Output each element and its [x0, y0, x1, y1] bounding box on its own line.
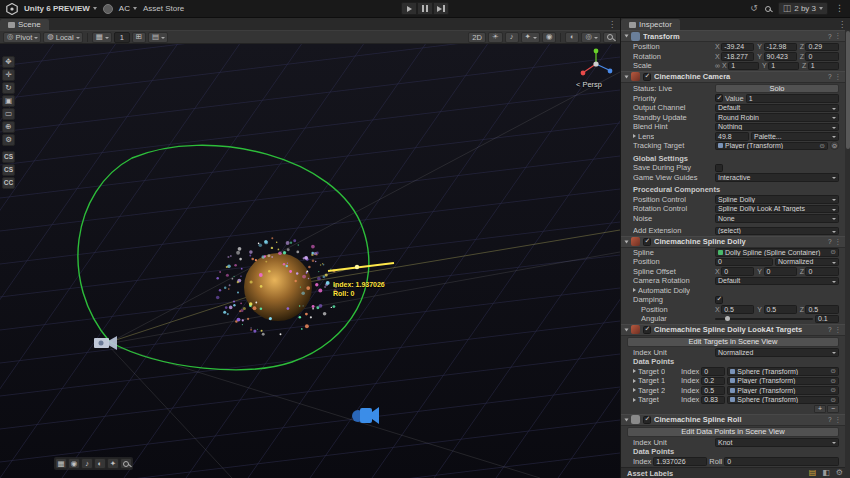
- snap-toggle[interactable]: ⊞: [132, 32, 146, 43]
- step-button[interactable]: [433, 2, 449, 15]
- automatic-dolly-foldout-icon[interactable]: [633, 288, 636, 292]
- spline-offset-z-field[interactable]: 0: [805, 267, 839, 276]
- point-index-field[interactable]: 0.83: [701, 396, 725, 405]
- overlay-grid-button[interactable]: ▦: [55, 458, 67, 469]
- object-picker-icon[interactable]: ⊙: [831, 367, 836, 375]
- rotate-tool-button[interactable]: ↻: [2, 82, 15, 94]
- object-picker-icon[interactable]: ⊙: [831, 396, 836, 404]
- component-enabled-checkbox[interactable]: [643, 416, 651, 424]
- blend-hint-dropdown[interactable]: Nothing: [715, 123, 839, 132]
- pause-button[interactable]: [417, 2, 433, 15]
- position-z[interactable]: Z0.29: [800, 43, 839, 52]
- scale-link-icon[interactable]: ∞: [715, 62, 720, 69]
- damping-checkbox[interactable]: [715, 296, 723, 304]
- help-icon[interactable]: ?: [828, 73, 832, 80]
- account-menu[interactable]: AC: [119, 4, 137, 13]
- grid-size-field[interactable]: 1: [114, 32, 130, 43]
- tab-inspector[interactable]: Inspector: [621, 19, 680, 30]
- overlay-audio-button[interactable]: ♪: [81, 458, 93, 469]
- camera-settings-button[interactable]: ◐: [565, 32, 579, 43]
- component-tool-cs2-button[interactable]: CS: [2, 164, 15, 176]
- foldout-icon[interactable]: [633, 388, 636, 392]
- spline-roll-header[interactable]: Cinemachine Spline Roll ? ⋮: [621, 414, 845, 426]
- kebab-menu-icon[interactable]: ⋮: [835, 326, 842, 334]
- layout-dropdown[interactable]: ◫ 2 by 3: [778, 2, 828, 15]
- scene-search-button[interactable]: [603, 32, 617, 43]
- roll-index-field[interactable]: 1.937026: [653, 457, 707, 466]
- tracking-target-object-field[interactable]: Player (Transform) ⊙: [715, 142, 828, 151]
- object-picker-icon[interactable]: ⊙: [831, 377, 836, 385]
- audio-toggle[interactable]: ♪: [505, 32, 519, 43]
- add-point-button[interactable]: +: [814, 405, 826, 413]
- roll-value-field[interactable]: 0: [724, 457, 839, 466]
- position-x[interactable]: X-39.24: [715, 43, 754, 52]
- component-enabled-checkbox[interactable]: [643, 326, 651, 334]
- account-avatar[interactable]: [103, 4, 113, 14]
- gear-icon[interactable]: ⚙: [836, 469, 843, 477]
- view-tool-button[interactable]: ✥: [2, 56, 15, 68]
- roll-index-unit-dropdown[interactable]: Knot: [715, 438, 839, 447]
- damping-y-field[interactable]: 0.5: [764, 305, 797, 314]
- output-channel-dropdown[interactable]: Default: [715, 104, 839, 113]
- point-target-object-field[interactable]: Player (Transform)⊙: [727, 386, 839, 395]
- solo-button[interactable]: Solo: [715, 84, 839, 93]
- rotation-x[interactable]: X-18.277: [715, 52, 754, 61]
- view-mode-label[interactable]: < Persp: [560, 80, 618, 89]
- lighting-toggle[interactable]: ☀: [488, 32, 503, 43]
- dolly-position-field[interactable]: 0: [715, 258, 773, 267]
- inspector-scrollbar[interactable]: [845, 30, 850, 478]
- cinemachine-camera-header[interactable]: Cinemachine Camera ? ⋮: [621, 71, 845, 83]
- spline-offset-y-field[interactable]: 0: [764, 267, 797, 276]
- priority-enabled-checkbox[interactable]: [715, 94, 723, 102]
- overlay-camera-button[interactable]: ◐: [94, 458, 106, 469]
- scale-y-field[interactable]: 1: [768, 62, 799, 71]
- scale-x[interactable]: X1: [722, 62, 759, 71]
- point-target-object-field[interactable]: Sphere (Transform)⊙: [727, 367, 839, 376]
- hidden-objects-toggle[interactable]: ◉: [542, 32, 557, 43]
- camera-rotation-dropdown[interactable]: Default: [715, 277, 839, 286]
- scrollbar-thumb[interactable]: [846, 31, 850, 149]
- kebab-menu-icon[interactable]: ⋮: [835, 238, 842, 246]
- rotation-y-field[interactable]: 90.423: [764, 52, 797, 61]
- game-view-guides-dropdown[interactable]: Interactive: [715, 173, 839, 182]
- foldout-icon[interactable]: [625, 240, 629, 243]
- foldout-icon[interactable]: [625, 35, 629, 38]
- transform-tool-button[interactable]: ⊕: [2, 121, 15, 133]
- help-icon[interactable]: ?: [828, 416, 832, 423]
- component-tool-cs1-button[interactable]: CS: [2, 151, 15, 163]
- point-target-object-field[interactable]: Sphere (Transform)⊙: [727, 396, 839, 405]
- component-enabled-checkbox[interactable]: [643, 238, 651, 246]
- search-icon[interactable]: [765, 6, 771, 12]
- grid-visibility-dropdown[interactable]: ▦: [92, 32, 112, 43]
- remove-point-button[interactable]: −: [827, 405, 839, 413]
- scale-x-field[interactable]: 1: [728, 62, 759, 71]
- component-tool-cc-button[interactable]: CC: [2, 177, 15, 189]
- rect-tool-button[interactable]: ▭: [2, 108, 15, 120]
- position-units-dropdown[interactable]: Normalized: [775, 258, 839, 267]
- foldout-icon[interactable]: [625, 418, 629, 421]
- edit-data-points-button[interactable]: Edit Data Points in Scene View: [627, 427, 839, 437]
- rotation-z[interactable]: Z0: [800, 52, 839, 61]
- tool-handle-pivot-dropdown[interactable]: ◎ Pivot: [3, 32, 41, 43]
- tab-scene[interactable]: Scene: [0, 19, 49, 30]
- lookat-index-unit-dropdown[interactable]: Normalized: [715, 348, 839, 357]
- snap-settings-dropdown[interactable]: ▤: [148, 32, 168, 43]
- foldout-icon[interactable]: [633, 379, 636, 383]
- rotation-y[interactable]: Y90.423: [757, 52, 796, 61]
- point-index-field[interactable]: 0.5: [701, 386, 725, 395]
- scale-y[interactable]: Y1: [762, 62, 799, 71]
- tool-handle-space-dropdown[interactable]: ◍ Local: [43, 32, 82, 43]
- overlay-search-button[interactable]: [120, 458, 132, 469]
- spline-offset-x-field[interactable]: 0: [721, 267, 754, 276]
- scale-tool-button[interactable]: ▣: [2, 95, 15, 107]
- spline-dolly-header[interactable]: Cinemachine Spline Dolly ? ⋮: [621, 236, 845, 248]
- component-enabled-checkbox[interactable]: [643, 73, 651, 81]
- point-index-field[interactable]: 0: [701, 367, 725, 376]
- object-picker-icon[interactable]: ⊙: [831, 248, 836, 256]
- damping-z-field[interactable]: 0.5: [805, 305, 839, 314]
- scene-tab-menu-icon[interactable]: ⋮: [608, 20, 616, 29]
- object-picker-icon[interactable]: ⊙: [831, 386, 836, 394]
- move-tool-button[interactable]: ✛: [2, 69, 15, 81]
- transform-header[interactable]: Transform ? ⋮: [621, 30, 845, 42]
- foldout-icon[interactable]: [625, 328, 629, 331]
